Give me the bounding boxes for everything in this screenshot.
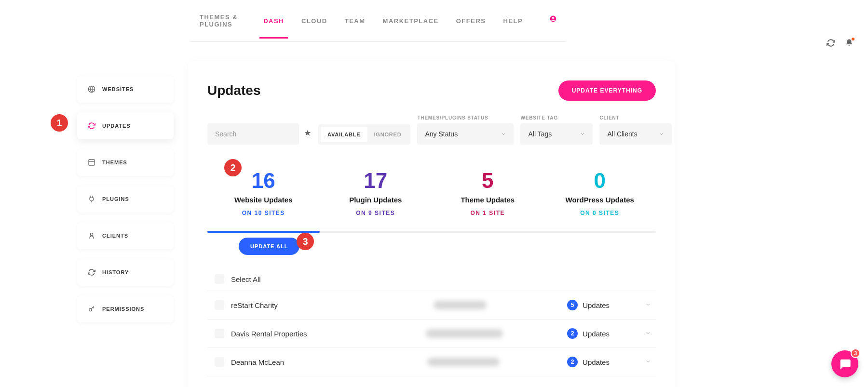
filters-row: AVAILABLE IGNORED THEMES/PLUGINS STATUS … [207, 115, 656, 145]
updates-badge: 2 Updates [567, 357, 610, 367]
stat-number: 5 [432, 169, 544, 193]
select-client[interactable]: All Clients [599, 123, 672, 145]
row-checkbox[interactable] [215, 357, 224, 367]
chat-widget[interactable]: 3 [831, 350, 858, 377]
sidebar: 1 WEBSITES UPDATES THEMES PLU [77, 76, 174, 322]
top-nav: THEMES & PLUGINS DASH CLOUD TEAM MARKETP… [190, 0, 566, 42]
search-input[interactable] [207, 123, 299, 145]
stat-theme-updates[interactable]: 5 Theme Updates ON 1 SITE [432, 159, 544, 231]
nav-offers[interactable]: OFFERS [456, 4, 486, 38]
updates-badge: 2 Updates [567, 328, 610, 339]
chevron-down-icon [580, 132, 585, 136]
stat-number: 0 [544, 169, 656, 193]
avatar-icon[interactable] [550, 15, 556, 26]
nav-marketplace[interactable]: MARKETPLACE [383, 4, 439, 38]
select-tag[interactable]: All Tags [520, 123, 593, 145]
annotation-marker-2: 2 [224, 159, 242, 176]
nav-cloud[interactable]: CLOUD [301, 4, 327, 38]
sidebar-item-themes[interactable]: THEMES [77, 149, 174, 176]
expand-row-icon[interactable] [645, 301, 651, 309]
row-name[interactable]: Davis Rental Properties [231, 330, 390, 338]
sidebar-label: UPDATES [102, 123, 131, 129]
select-status[interactable]: Any Status [417, 123, 514, 145]
row-domain-blurred [427, 358, 500, 366]
key-icon [88, 305, 95, 313]
update-all-wrap: UPDATE ALL 3 [207, 238, 656, 255]
select-value: Any Status [425, 130, 458, 138]
stat-sites: ON 9 SITES [320, 210, 432, 216]
filter-client: CLIENT All Clients [599, 115, 672, 145]
badge-text: Updates [583, 301, 610, 309]
stats-underline [207, 231, 656, 233]
badge-count: 5 [567, 300, 578, 310]
refresh-icon[interactable] [827, 39, 835, 49]
layout-icon [88, 159, 95, 166]
nav-team[interactable]: TEAM [345, 4, 366, 38]
sidebar-item-clients[interactable]: CLIENTS [77, 222, 174, 249]
sidebar-item-updates[interactable]: UPDATES [77, 112, 174, 139]
row-name[interactable]: reStart Charity [231, 301, 390, 309]
annotation-marker-3: 3 [297, 233, 314, 250]
filter-label: WEBSITE TAG [520, 115, 593, 120]
row-name[interactable]: Deanna McLean [231, 358, 390, 366]
user-icon [88, 232, 95, 240]
badge-text: Updates [583, 330, 610, 338]
stat-sites: ON 10 SITES [207, 210, 320, 216]
nav-themes-plugins[interactable]: THEMES & PLUGINS [200, 0, 246, 41]
list-header: Select All [207, 267, 656, 291]
badge-count: 2 [567, 328, 578, 339]
stat-number: 17 [320, 169, 432, 193]
expand-row-icon[interactable] [645, 329, 651, 338]
main-content: Updates UPDATE EVERYTHING AVAILABLE IGNO… [188, 61, 675, 387]
filter-label: THEMES/PLUGINS STATUS [417, 115, 514, 120]
badge-text: Updates [583, 358, 610, 366]
top-right-icons [827, 39, 854, 49]
update-all-button[interactable]: UPDATE ALL [239, 238, 299, 255]
nav-items: THEMES & PLUGINS DASH CLOUD TEAM MARKETP… [200, 0, 556, 41]
expand-row-icon[interactable] [645, 358, 651, 366]
badge-count: 2 [567, 357, 578, 367]
sidebar-item-history[interactable]: HISTORY [77, 259, 174, 286]
stat-number: 16 [207, 169, 320, 193]
stat-plugin-updates[interactable]: 17 Plugin Updates ON 9 SITES [320, 159, 432, 231]
updates-list: Select All reStart Charity 5 Updates Dav… [207, 267, 656, 376]
sidebar-label: CLIENTS [102, 233, 128, 239]
chevron-down-icon [501, 132, 506, 136]
list-row: Deanna McLean 2 Updates [207, 348, 656, 376]
notification-dot [852, 38, 854, 40]
sidebar-label: WEBSITES [102, 86, 134, 92]
chevron-down-icon [659, 132, 664, 136]
select-value: All Clients [607, 130, 637, 138]
svg-point-1 [552, 17, 554, 19]
list-row: Davis Rental Properties 2 Updates [207, 320, 656, 348]
chat-badge: 3 [851, 348, 860, 358]
toggle-available[interactable]: AVAILABLE [321, 127, 367, 142]
svg-rect-4 [89, 160, 95, 165]
row-checkbox[interactable] [215, 300, 224, 310]
select-all-label: Select All [231, 275, 390, 283]
stat-wordpress-updates[interactable]: 0 WordPress Updates ON 0 SITES [544, 159, 656, 231]
sidebar-label: HISTORY [102, 269, 129, 275]
sidebar-item-permissions[interactable]: PERMISSIONS [77, 295, 174, 322]
globe-icon [88, 85, 95, 93]
stat-label: Theme Updates [432, 196, 544, 204]
star-icon[interactable] [304, 129, 312, 139]
sidebar-label: THEMES [102, 160, 127, 165]
chat-icon [838, 357, 852, 371]
annotation-marker-1: 1 [51, 114, 68, 132]
plug-icon [88, 195, 95, 203]
toggle-ignored[interactable]: IGNORED [367, 127, 408, 142]
update-everything-button[interactable]: UPDATE EVERYTHING [558, 80, 656, 101]
stat-label: WordPress Updates [544, 196, 656, 204]
sidebar-item-plugins[interactable]: PLUGINS [77, 186, 174, 213]
bell-icon[interactable] [845, 39, 854, 49]
select-all-checkbox[interactable] [215, 274, 224, 284]
row-checkbox[interactable] [215, 329, 224, 338]
nav-help[interactable]: HELP [503, 4, 523, 38]
updates-badge: 5 Updates [567, 300, 610, 310]
sidebar-item-websites[interactable]: WEBSITES [77, 76, 174, 103]
sidebar-label: PLUGINS [102, 196, 129, 202]
nav-dash[interactable]: DASH [263, 4, 284, 38]
search-wrap [207, 123, 312, 145]
page-header: Updates UPDATE EVERYTHING [207, 80, 656, 101]
